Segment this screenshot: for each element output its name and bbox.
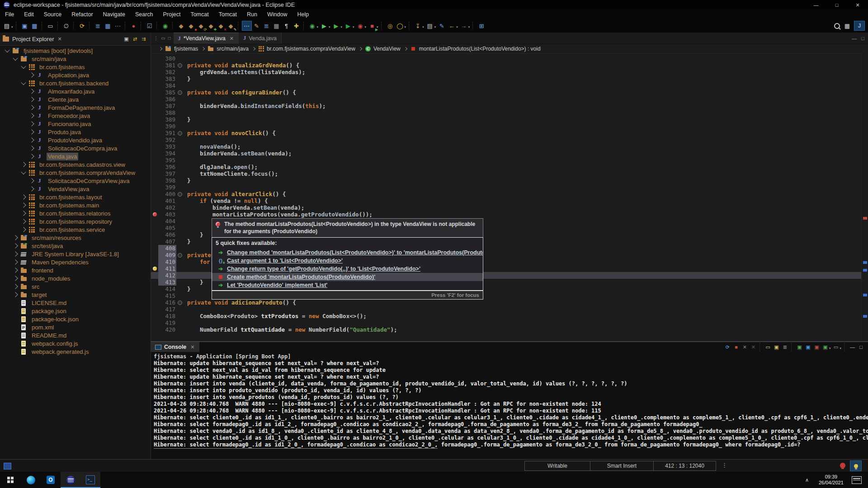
show-stdout-icon[interactable]: ▣ — [796, 343, 803, 351]
show-whitespace-icon[interactable]: ¶ — [282, 21, 291, 30]
mark-task-icon[interactable]: ☑ — [145, 21, 154, 30]
spring-boot-run-icon[interactable]: ◉ — [161, 21, 170, 30]
code-line-391[interactable]: 391private void novoClick() { — [151, 130, 862, 136]
tree-item-br-com-fjsistemas-layout[interactable]: br.com.fjsistemas.layout — [0, 193, 151, 201]
clear-console-icon[interactable]: ▭ — [764, 343, 772, 351]
chevron-right-icon[interactable] — [29, 72, 34, 77]
chevron-right-icon[interactable] — [13, 259, 18, 264]
fold-toggle-icon[interactable] — [176, 192, 184, 197]
menu-search[interactable]: Search — [130, 11, 158, 18]
tree-item-br-com-fjsistemas[interactable]: br.com.fjsistemas — [0, 63, 151, 71]
console-view-icon[interactable]: ⋯ — [242, 21, 251, 30]
chevron-right-icon[interactable] — [21, 219, 26, 224]
chevron-right-icon[interactable] — [29, 105, 34, 110]
remove-launch-icon[interactable]: ✕ — [741, 343, 749, 351]
action-center-icon[interactable] — [852, 476, 862, 484]
start-button[interactable] — [0, 472, 21, 488]
tree-item-src-main-resources[interactable]: src/main/resources — [0, 234, 151, 242]
annotate-icon[interactable]: ✎ — [252, 21, 261, 30]
java-perspective-icon[interactable]: J — [854, 21, 864, 30]
chevron-right-icon[interactable] — [29, 145, 34, 150]
code-line-400[interactable]: 400private void alterarClick() { — [151, 191, 862, 197]
fold-toggle-icon[interactable] — [176, 131, 184, 136]
tree-item-solicitacaodecompra-java[interactable]: SolicitacaoDeCompra.java — [0, 144, 151, 152]
menu-tomcat[interactable]: Tomcat — [214, 11, 242, 18]
tree-item-vendaview-java[interactable]: VendaView.java — [0, 185, 151, 193]
notification-bell-icon[interactable] — [840, 463, 845, 468]
focus-on-active-task-icon[interactable]: ⇉ — [140, 35, 147, 43]
tomcat-start-icon[interactable]: ◆ — [177, 21, 186, 30]
code-line-418[interactable]: 418ComboBox<Produto> txtProdutos = new C… — [151, 313, 862, 319]
chevron-down-icon[interactable] — [21, 64, 26, 69]
tree-item-webpack-config-js[interactable]: webpack.config.js — [0, 339, 151, 347]
tree-item-readme-md[interactable]: README.md — [0, 331, 151, 339]
overview-marker[interactable] — [863, 294, 867, 296]
relaunch-icon[interactable]: ■▶ — [368, 21, 377, 30]
code-line-419[interactable]: 419 — [151, 319, 862, 326]
tree-item-maven-dependencies[interactable]: Maven Dependencies — [0, 258, 151, 266]
collapse-all-icon[interactable]: ▣ — [123, 35, 130, 43]
code-line-394[interactable]: 394binderVenda.setBean(venda); — [151, 150, 862, 157]
close-button[interactable]: ✕ — [847, 0, 868, 10]
close-tab-icon[interactable]: ✕ — [230, 36, 234, 42]
tree-item-br-com-fjsistemas-compravendaview[interactable]: br.com.fjsistemas.compraVendaView — [0, 169, 151, 177]
overview-ruler[interactable] — [861, 53, 868, 341]
fold-toggle-icon[interactable] — [176, 300, 184, 305]
code-line-416[interactable]: 416private void adicionaProduto() { — [151, 299, 862, 306]
tree-item-frontend[interactable]: frontend — [0, 266, 151, 274]
tree-item-br-com-fjsistemas-service[interactable]: br.com.fjsistemas.service — [0, 225, 151, 234]
tree-item-br-com-fjsistemas-cadastros-view[interactable]: br.com.fjsistemas.cadastros.view — [0, 160, 151, 169]
chevron-right-icon[interactable] — [21, 194, 26, 199]
run-last-dropdown-icon[interactable]: ▾ — [353, 25, 354, 29]
chevron-right-icon[interactable] — [13, 292, 18, 297]
import-icon[interactable]: ↧ — [413, 21, 422, 30]
quickfix-let-produtovendido-implement-list[interactable]: ➔Let 'ProdutoVendido' implement 'List' — [212, 281, 483, 289]
refresh-icon[interactable]: ⟳ — [724, 343, 731, 351]
link-with-editor-icon[interactable]: ≣ — [94, 21, 103, 30]
tree-item-src[interactable]: src — [0, 282, 151, 291]
chevron-right-icon[interactable] — [29, 129, 34, 134]
fold-toggle-icon[interactable] — [176, 253, 184, 258]
link-with-editor-icon[interactable]: ⇄ — [131, 35, 139, 43]
code-line-402[interactable]: 402binderVenda.setBean(venda); — [151, 204, 862, 211]
new-java-project-icon[interactable]: ▦ — [104, 21, 113, 30]
tree-item-solicitacaodecompraview-java[interactable]: SolicitacaoDeCompraView.java — [0, 177, 151, 185]
tree-item-br-com-fjsistemas-repository[interactable]: br.com.fjsistemas.repository — [0, 217, 151, 225]
maximize-editor-icon[interactable]: □ — [861, 36, 864, 41]
grid-layout-icon[interactable]: ▦ — [272, 21, 281, 30]
code-line-398[interactable]: 398} — [151, 177, 862, 184]
code-line-383[interactable]: 383} — [151, 75, 862, 82]
code-line-403[interactable]: 403montarListaProdutos(venda.getProdutoV… — [151, 211, 862, 218]
tree-item-produtovendido-java[interactable]: ProdutoVendido.java — [0, 136, 151, 144]
back-icon[interactable]: ← — [447, 21, 456, 30]
expand-all-icon[interactable]: ✚ — [292, 21, 301, 30]
forward-dropdown-icon[interactable]: ▾ — [468, 25, 470, 29]
overview-marker[interactable] — [863, 261, 867, 264]
run-dropdown-icon[interactable]: ▾ — [329, 25, 330, 29]
taskbar-app-terminal[interactable] — [80, 472, 100, 488]
close-console-icon[interactable]: ✕ — [190, 344, 194, 350]
code-line-388[interactable]: 388 — [151, 109, 862, 116]
code-line-389[interactable]: 389} — [151, 116, 862, 123]
status-menu-icon[interactable]: ⋮ — [722, 462, 727, 469]
chevron-down-icon[interactable] — [21, 80, 26, 85]
breadcrumb-method[interactable]: montarListaProdutos(List<ProdutoVendido>… — [410, 46, 541, 52]
run-as-icon[interactable]: ▶ — [332, 21, 341, 30]
code-line-420[interactable]: 420NumberField txtQuantidade = new Numbe… — [151, 326, 862, 333]
quickfix-cast-argument-1-to-list-produtovendido[interactable]: {}Cast argument 1 to 'List<ProdutoVendid… — [212, 257, 483, 265]
pin-console-icon[interactable]: ▣ — [813, 343, 821, 351]
tree-item-formadepagamento-java[interactable]: FormaDePagamento.java — [0, 103, 151, 112]
fold-toggle-icon[interactable] — [176, 90, 184, 95]
restore-minimized-view-icon[interactable] — [4, 463, 11, 469]
overview-marker[interactable] — [863, 269, 867, 272]
menu-run[interactable]: Run — [242, 11, 262, 18]
maximize-button[interactable]: □ — [826, 0, 847, 10]
tab-vendaview-java[interactable]: J*VendaView.java✕ — [174, 33, 239, 44]
tree-item-src-main-java[interactable]: src/main/java — [0, 55, 151, 63]
tree-item-package-json[interactable]: package.json — [0, 307, 151, 315]
menu-refactor[interactable]: Refactor — [66, 11, 98, 18]
quickfix-create-method-montarlistaprodutos-produt[interactable]: Create method 'montarListaProdutos(Produ… — [212, 273, 483, 281]
tree-item-jre-system-library-javase-1-8[interactable]: JRE System Library [JavaSE-1.8] — [0, 250, 151, 258]
quickfix-change-return-type-of-getprodutovendido-[interactable]: ➔Change return type of 'getProdutoVendid… — [212, 265, 483, 273]
taskbar-clock[interactable]: 09:39 26/04/2021 — [814, 474, 848, 486]
